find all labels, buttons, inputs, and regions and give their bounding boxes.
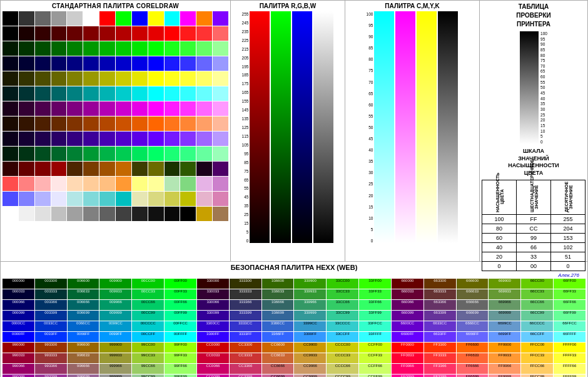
web-color-cell: 66CC99 [521,311,553,321]
web-color-cell: FF9999 [489,374,520,377]
web-color-cell: 666600 [457,279,489,289]
corel-color-cell [148,86,164,101]
web-color-cell: 33CC99 [327,311,358,321]
corel-color-cell [83,86,99,101]
web-color-cell: 333366 [230,300,261,310]
web-color-cell: 66CC33 [521,289,553,299]
author-note: Алек.276 [3,272,585,278]
web-color-cell: 333300 [230,279,261,289]
printer-bar [520,31,539,144]
corel-color-cell [3,86,18,101]
web-color-cell: 996600 [68,343,99,353]
corel-color-cell [35,86,51,101]
web-color-cell: CC0066 [197,364,229,374]
web-color-cell: FF0033 [392,353,423,363]
corel-color-cell [148,11,164,26]
web-color-cell: FF9900 [489,343,520,353]
web-color-cell: CCFF00 [359,343,391,353]
web-color-cell: CC0000 [197,343,229,353]
corel-color-cell [165,177,180,191]
corel-color-cell [132,26,148,41]
corel-color-cell [116,116,131,131]
web-color-cell: CC3333 [230,353,261,363]
corel-color-cell [83,41,99,56]
corel-color-cell [3,101,18,116]
web-color-cell: 669999 [489,311,520,321]
web-color-cell: 3333FF [230,332,261,342]
web-color-cell: 0033FF [35,332,67,342]
corel-color-cell [213,11,228,26]
web-color-cell: 006699 [68,311,99,321]
corel-color-cell [67,162,83,176]
corel-color-cell [51,71,67,86]
web-color-cell: 000066 [3,300,34,310]
web-color-cell: 009966 [99,300,131,310]
corel-color-cell [180,116,196,131]
corel-color-cell [213,116,228,131]
corel-color-cell [196,41,212,56]
web-color-cell: 996633 [68,353,99,363]
corel-color-cell [148,162,164,176]
corel-color-cell [35,26,51,41]
web-color-cell: FFCC66 [521,364,553,374]
corel-color-cell [165,41,180,56]
saturation-cell: 204 [551,224,585,233]
corel-color-cell [51,26,67,41]
web-color-cell: 663399 [424,311,456,321]
corel-color-cell [132,56,148,71]
web-color-cell: 3399FF [294,332,326,342]
web-color-cell: 339999 [294,311,326,321]
web-color-cell: CCFF33 [359,353,391,363]
web-color-cell: 66FF00 [554,279,585,289]
saturation-header-col2: ШЕСТНАДЦАТЕРИЧНОЕ ЗНАЧЕНИЕ [517,180,551,214]
corel-color-cell [19,71,34,86]
web-color-cell: 003399 [35,311,67,321]
web-color-cell: CC0033 [197,353,229,363]
corel-color-cell [165,71,180,86]
corel-color-cell [99,56,115,71]
web-color-cell: 00CC66 [132,300,164,310]
corel-color-cell [51,192,67,206]
web-color-cell: 00CC33 [132,289,164,299]
web-color-cell: 0066CC [68,321,99,331]
web-color-cell: 660066 [392,300,423,310]
saturation-cell: 100 [482,214,517,224]
corel-color-cell [196,86,212,101]
web-color-cell: 663366 [424,300,456,310]
corel-color-cell [180,132,196,146]
saturation-cell: 0 [482,261,517,271]
web-color-cell: 0000CC [3,321,34,331]
corel-color-cell [99,177,115,191]
web-color-cell: 330099 [197,311,229,321]
corel-color-cell [116,26,131,41]
web-color-cell: 00CC00 [132,279,164,289]
web-color-cell: CCCC99 [327,374,358,377]
corel-color-cell [213,71,228,86]
web-color-cell: FFFF99 [554,374,585,377]
corel-color-grid [3,11,228,221]
rgb-bar-blue [292,11,312,243]
web-color-cell: 336600 [262,279,294,289]
corel-color-cell [67,116,83,131]
web-color-cell: CCCC00 [327,343,358,353]
corel-color-cell [99,71,115,86]
web-color-cell: 0000FF [3,332,34,342]
web-color-cell: 99CC66 [132,364,164,374]
corel-color-cell [116,132,131,146]
web-color-cell: 6666FF [457,332,489,342]
corel-color-cell [3,71,18,86]
web-color-cell: 993300 [35,343,67,353]
corel-color-cell [116,86,131,101]
web-color-cell: 999966 [99,364,131,374]
panel-printer: ТАБЛИЦА ПРОВЕРКИ ПРИНТЕРА 10095908580757… [480,1,587,261]
web-color-cell: 339900 [294,279,326,289]
saturation-cell: 60 [482,233,517,242]
web-color-cell: 66CCFF [521,332,553,342]
web-color-cell: 33CC66 [327,300,358,310]
corel-color-cell [83,147,99,161]
web-color-cell: 66CC66 [521,300,553,310]
web-color-cell: 339933 [294,289,326,299]
corel-color-cell [165,207,180,221]
corel-color-cell [180,26,196,41]
saturation-cell: CC [517,224,551,233]
